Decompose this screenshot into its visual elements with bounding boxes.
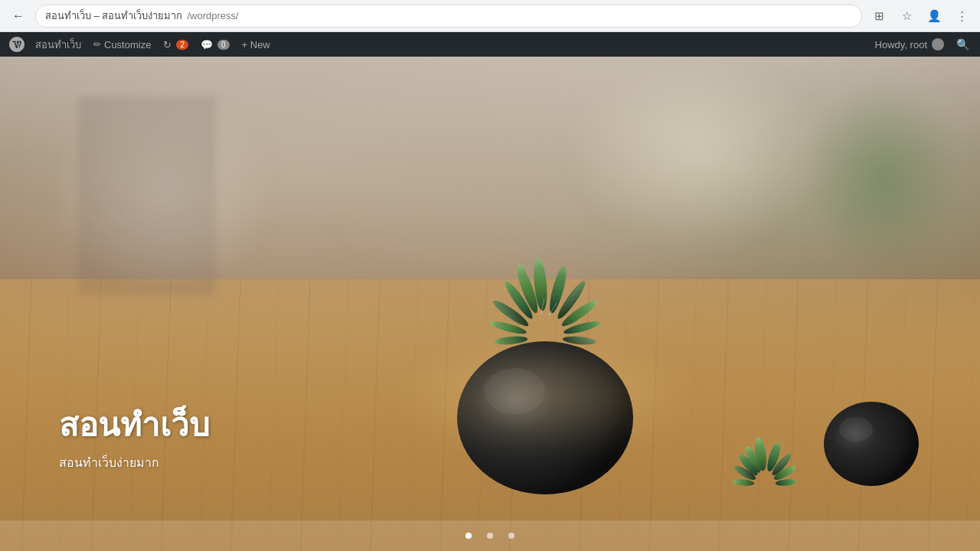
search-icon: 🔍: [956, 38, 969, 51]
address-bar[interactable]: สอนทำเว็บ – สอนทำเว็บง่ายมาก /wordpress/: [35, 5, 862, 28]
hero-subtitle: สอนทำเว็บง่ายมาก: [59, 453, 210, 472]
adminbar-comments[interactable]: 💬 0: [194, 32, 236, 57]
adminbar-search-button[interactable]: 🔍: [950, 32, 975, 57]
browser-toolbar-icons: ⊞ ☆ 👤 ⋮: [868, 5, 972, 27]
customize-label: Customize: [104, 39, 151, 51]
site-name-label: สอนทำเว็บ: [35, 37, 81, 53]
updates-count: 2: [176, 40, 188, 50]
succulent-leaves-small: [711, 400, 818, 500]
carousel-dot-2[interactable]: [487, 533, 493, 539]
pot-small-svg: [822, 400, 921, 488]
back-arrow-icon: ←: [12, 9, 24, 23]
browser-chrome: ← สอนทำเว็บ – สอนทำเว็บง่ายมาก /wordpres…: [0, 0, 980, 32]
bg-window-frame-1: [78, 96, 216, 295]
adminbar-site-name[interactable]: สอนทำเว็บ: [29, 32, 87, 57]
avatar: [932, 38, 944, 51]
svg-point-25: [839, 417, 873, 442]
svg-point-24: [824, 402, 919, 486]
profile-icon-button[interactable]: 👤: [923, 5, 945, 27]
more-options-button[interactable]: ⋮: [951, 5, 972, 27]
adminbar-new[interactable]: + New: [236, 32, 276, 57]
svg-point-23: [733, 479, 755, 487]
new-content-label: + New: [242, 39, 270, 51]
customize-icon: ✏: [93, 39, 101, 50]
site-title-address: สอนทำเว็บ – สอนทำเว็บง่ายมาก: [45, 8, 182, 24]
plant-right: [711, 400, 921, 491]
comments-count: 0: [217, 40, 230, 50]
translate-icon-button[interactable]: ⊞: [868, 5, 890, 27]
hero-bottom-bar: [0, 520, 980, 551]
svg-point-22: [775, 479, 797, 487]
succulent-leaves-main: [461, 215, 629, 353]
carousel-dot-3[interactable]: [508, 533, 514, 539]
url-path: /wordpress/: [187, 10, 238, 21]
wp-logo-button[interactable]: [5, 32, 29, 57]
carousel-dot-1[interactable]: [466, 533, 472, 539]
browser-back-button[interactable]: ←: [8, 5, 29, 27]
adminbar-howdy[interactable]: Howdy, root: [869, 32, 950, 57]
hero-text-block: สอนทำเว็บ สอนทำเว็บง่ายมาก: [59, 399, 210, 472]
adminbar-customize[interactable]: ✏ Customize: [87, 32, 157, 57]
bokeh-plant-right: [807, 81, 960, 272]
bookmark-icon-button[interactable]: ☆: [896, 5, 917, 27]
table-light-glow: [392, 337, 698, 452]
wp-admin-bar: สอนทำเว็บ ✏ Customize ↻ 2 💬 0 + New Howd…: [0, 32, 980, 57]
hero-title: สอนทำเว็บ: [59, 399, 210, 450]
updates-icon: ↻: [163, 39, 172, 51]
adminbar-updates[interactable]: ↻ 2: [157, 32, 194, 57]
comments-icon: 💬: [201, 39, 213, 51]
hero-section: สอนทำเว็บ สอนทำเว็บง่ายมาก: [0, 57, 980, 551]
howdy-label: Howdy, root: [875, 39, 927, 51]
